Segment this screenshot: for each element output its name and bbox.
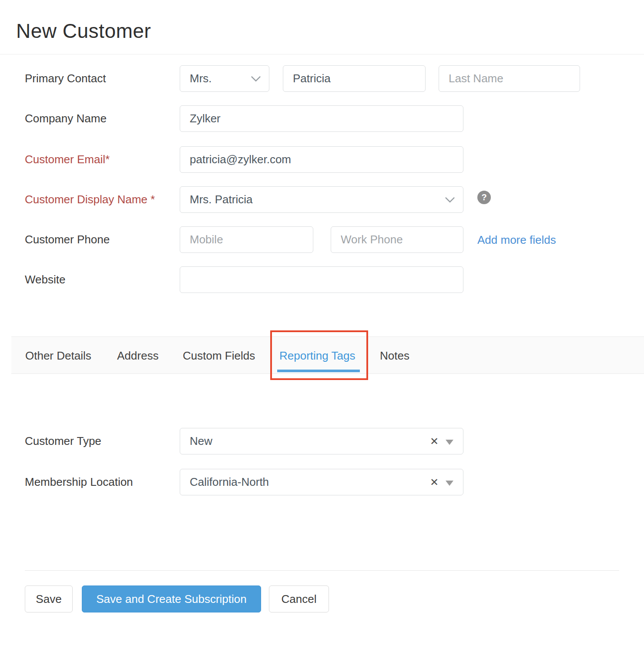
customer-display-name-label: Customer Display Name * — [25, 193, 155, 206]
chevron-down-icon — [251, 72, 261, 82]
customer-phone-label: Customer Phone — [25, 233, 110, 246]
cancel-button[interactable]: Cancel — [269, 585, 329, 612]
first-name-input[interactable] — [283, 65, 426, 92]
tab-notes[interactable]: Notes — [380, 349, 409, 363]
customer-type-select[interactable]: New ✕ — [180, 428, 463, 454]
salutation-select[interactable]: Mrs. — [180, 65, 269, 92]
customer-display-name-value: Mrs. Patricia — [190, 193, 446, 206]
salutation-value: Mrs. — [190, 72, 252, 85]
add-more-fields-link[interactable]: Add more fields — [477, 233, 556, 247]
caret-down-icon — [446, 440, 453, 445]
website-input[interactable] — [180, 266, 463, 293]
save-and-create-subscription-button[interactable]: Save and Create Subscription — [82, 585, 261, 612]
tab-address[interactable]: Address — [117, 349, 158, 363]
website-label: Website — [25, 273, 65, 286]
customer-type-value: New — [190, 434, 430, 448]
company-name-input[interactable] — [180, 105, 463, 132]
last-name-input[interactable] — [439, 65, 580, 92]
clear-x-icon[interactable]: ✕ — [430, 436, 439, 447]
primary-contact-label: Primary Contact — [25, 72, 106, 85]
tab-reporting-tags[interactable]: Reporting Tags — [279, 349, 355, 363]
tab-custom-fields[interactable]: Custom Fields — [183, 349, 255, 363]
clear-x-icon[interactable]: ✕ — [430, 477, 439, 488]
chevron-down-icon — [445, 193, 455, 203]
tab-other-details[interactable]: Other Details — [25, 349, 91, 363]
mobile-phone-input[interactable] — [180, 226, 313, 253]
footer-divider — [25, 570, 619, 571]
active-tab-underline — [277, 370, 360, 372]
save-button[interactable]: Save — [25, 585, 73, 612]
membership-location-select[interactable]: California-North ✕ — [180, 469, 463, 495]
customer-email-label: Customer Email* — [25, 153, 110, 166]
work-phone-input[interactable] — [331, 226, 463, 253]
company-name-label: Company Name — [25, 112, 107, 125]
membership-location-value: California-North — [190, 475, 430, 489]
membership-location-label: Membership Location — [25, 475, 133, 488]
customer-email-input[interactable] — [180, 146, 463, 173]
customer-type-label: Customer Type — [25, 434, 101, 447]
caret-down-icon — [446, 481, 453, 486]
customer-display-name-select[interactable]: Mrs. Patricia — [180, 186, 463, 213]
help-question-icon[interactable]: ? — [477, 191, 491, 204]
details-tab-bar: Other Details Address Custom Fields Repo… — [11, 336, 644, 374]
page-title: New Customer — [16, 19, 151, 43]
header-divider — [0, 54, 644, 54]
